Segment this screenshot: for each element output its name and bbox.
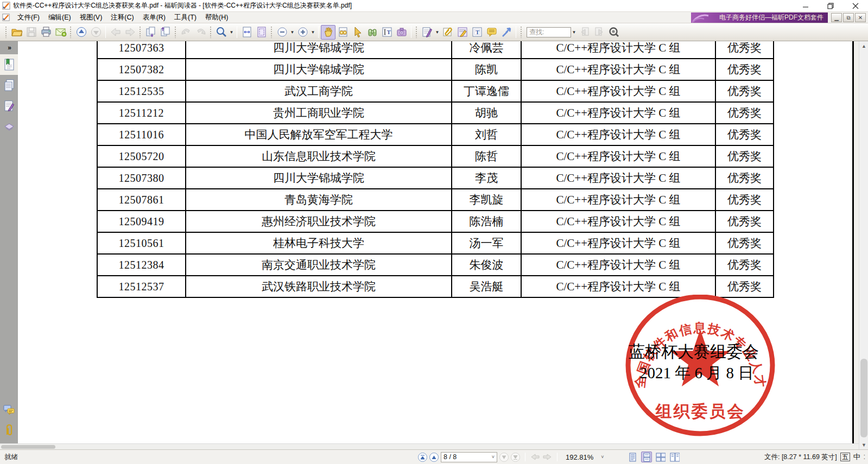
menu-item[interactable]: 注释(C) bbox=[106, 12, 138, 23]
find-previous-button[interactable] bbox=[577, 25, 592, 40]
zoom-in-button[interactable] bbox=[295, 25, 310, 40]
scroll-up-arrow[interactable]: ▲ bbox=[859, 41, 868, 50]
go-forward-button[interactable] bbox=[123, 25, 137, 40]
next-view-button[interactable] bbox=[88, 25, 103, 40]
page-indicator: 8 / 8 bbox=[443, 453, 457, 461]
ime-language-indicator[interactable]: 中 bbox=[853, 452, 860, 462]
sidebar-tab-layers[interactable] bbox=[0, 116, 18, 137]
cell-award: 优秀奖 bbox=[715, 59, 774, 80]
toolbar-grip bbox=[270, 26, 273, 38]
toolbar-grip bbox=[139, 26, 142, 38]
vertical-scrollbar[interactable]: ▲ ▼ bbox=[859, 41, 868, 449]
menu-item[interactable]: 帮助(H) bbox=[201, 12, 232, 23]
cell-award: 优秀奖 bbox=[715, 276, 774, 297]
cell-award: 优秀奖 bbox=[715, 80, 774, 102]
select-text-button[interactable]: T bbox=[379, 25, 394, 40]
previous-view-button[interactable] bbox=[74, 25, 88, 40]
mdi-minimize-button[interactable]: ▁ bbox=[831, 13, 842, 22]
sidebar-expand-button[interactable]: » bbox=[0, 41, 18, 54]
separator bbox=[318, 26, 319, 38]
fit-page-button[interactable] bbox=[254, 25, 269, 40]
select-tool-button[interactable] bbox=[350, 25, 365, 40]
full-search-button[interactable] bbox=[606, 25, 621, 40]
vertical-scroll-thumb[interactable] bbox=[860, 359, 867, 437]
sidebar-tab-attachments[interactable] bbox=[0, 421, 18, 441]
table-row: 12507382 四川大学锦城学院 陈凯 C/C++程序设计大学 C 组 优秀奖 bbox=[97, 59, 774, 80]
mdi-restore-button[interactable]: ⧉ bbox=[843, 13, 854, 22]
cell-name: 汤一军 bbox=[452, 232, 521, 254]
snapshot-button[interactable] bbox=[394, 25, 409, 40]
cell-school: 南京交通职业技术学院 bbox=[186, 254, 452, 276]
zoom-tool-dropdown[interactable]: ▼ bbox=[229, 25, 235, 40]
minimize-button[interactable] bbox=[793, 0, 818, 12]
email-button[interactable] bbox=[53, 25, 68, 40]
typewriter-button[interactable]: T bbox=[470, 25, 484, 40]
zoom-out-button[interactable] bbox=[275, 25, 289, 40]
menu-item[interactable]: 编辑(E) bbox=[44, 12, 75, 23]
facing-view-button[interactable] bbox=[655, 452, 666, 462]
page-number-combo[interactable]: 8 / 8 ˅ bbox=[441, 452, 497, 462]
hand-tool-button[interactable] bbox=[321, 25, 335, 40]
search-tool-button[interactable] bbox=[365, 25, 379, 40]
mdi-close-button[interactable]: ✕ bbox=[855, 13, 866, 22]
horizontal-scroll-thumb[interactable] bbox=[1, 445, 55, 449]
menu-item[interactable]: 表单(R) bbox=[138, 12, 170, 23]
undo-button[interactable] bbox=[179, 25, 193, 40]
sidebar-tab-comments[interactable] bbox=[0, 400, 18, 421]
last-page-button[interactable] bbox=[511, 453, 520, 462]
continuous-view-button[interactable] bbox=[641, 452, 652, 462]
title-bar: 软件类-CC++程序设计大学C组总决赛获奖名单.pdf - 福昕阅读器 - [软… bbox=[0, 0, 868, 12]
redo-button[interactable] bbox=[193, 25, 208, 40]
insert-pages-button[interactable] bbox=[143, 25, 158, 40]
print-button[interactable] bbox=[39, 25, 53, 40]
open-file-button[interactable] bbox=[9, 25, 24, 40]
menu-item[interactable]: 文件(F) bbox=[13, 12, 44, 23]
comment-bubble-button[interactable] bbox=[484, 25, 499, 40]
annotate-dropdown[interactable]: ▼ bbox=[434, 25, 440, 40]
history-forward-button[interactable] bbox=[542, 453, 552, 461]
sidebar-tab-annotations[interactable] bbox=[0, 96, 18, 116]
search-input[interactable] bbox=[527, 27, 571, 37]
previous-page-button[interactable] bbox=[429, 453, 439, 462]
cell-name: 陈凯 bbox=[452, 59, 521, 80]
zoom-in-dropdown[interactable]: ▼ bbox=[310, 25, 316, 40]
extract-pages-button[interactable] bbox=[158, 25, 173, 40]
menu-item[interactable]: 工具(T) bbox=[170, 12, 201, 23]
promo-banner[interactable]: 电子商务好伴侣—福昕PDF文档套件 bbox=[691, 12, 828, 23]
document-page[interactable]: 12507363 四川大学锦城学院 冷佩芸 C/C++程序设计大学 C 组 优秀… bbox=[18, 41, 859, 443]
find-next-button[interactable] bbox=[592, 25, 606, 40]
fit-width-button[interactable] bbox=[239, 25, 254, 40]
separator bbox=[105, 26, 106, 38]
restore-button[interactable] bbox=[818, 0, 843, 12]
horizontal-scrollbar[interactable] bbox=[0, 443, 859, 449]
svg-text:T: T bbox=[387, 29, 391, 35]
reading-mode-button[interactable] bbox=[335, 25, 350, 40]
zoom-level-combo[interactable]: 192.81% ˅ bbox=[562, 453, 607, 461]
cell-id: 12505720 bbox=[97, 145, 186, 167]
next-page-button[interactable] bbox=[499, 453, 509, 462]
cell-school: 青岛黄海学院 bbox=[186, 189, 452, 211]
note-comment-button[interactable] bbox=[455, 25, 470, 40]
menu-item[interactable]: 视图(V) bbox=[75, 12, 107, 23]
book-view-button[interactable] bbox=[669, 452, 680, 462]
link-arrow-button[interactable] bbox=[499, 25, 514, 40]
attach-file-button[interactable] bbox=[440, 25, 455, 40]
ime-mode-indicator[interactable]: 五 bbox=[840, 453, 850, 461]
first-page-button[interactable] bbox=[418, 453, 427, 462]
scroll-down-arrow[interactable]: ▼ bbox=[859, 440, 868, 449]
history-back-button[interactable] bbox=[530, 453, 540, 461]
sidebar-tab-bookmarks[interactable] bbox=[0, 54, 18, 75]
save-button[interactable] bbox=[24, 25, 39, 40]
single-page-view-button[interactable] bbox=[627, 452, 638, 462]
cell-group: C/C++程序设计大学 C 组 bbox=[521, 254, 715, 276]
sidebar-tab-pages[interactable] bbox=[0, 75, 18, 96]
table-row: 12510561 桂林电子科技大学 汤一军 C/C++程序设计大学 C 组 优秀… bbox=[97, 232, 774, 254]
zoom-out-dropdown[interactable]: ▼ bbox=[289, 25, 295, 40]
cell-id: 12507363 bbox=[97, 41, 186, 59]
close-button[interactable] bbox=[843, 0, 868, 12]
annotate-button[interactable] bbox=[420, 25, 434, 40]
ime-options-icon[interactable]: ⁚ bbox=[864, 454, 865, 460]
go-back-button[interactable] bbox=[108, 25, 123, 40]
zoom-tool-button[interactable] bbox=[214, 25, 229, 40]
search-history-dropdown[interactable]: ▼ bbox=[571, 25, 577, 40]
